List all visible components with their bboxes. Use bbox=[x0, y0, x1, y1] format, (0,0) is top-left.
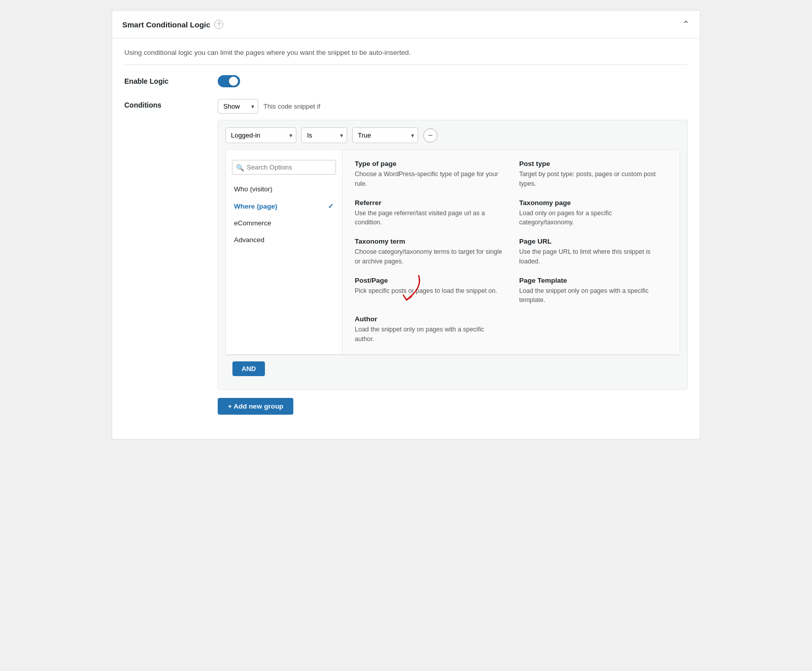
panel-header: Smart Conditional Logic ? ⌃ bbox=[112, 11, 700, 39]
field3-select[interactable]: True False bbox=[352, 127, 418, 143]
show-row: Show Hide This code snippet if bbox=[218, 99, 688, 114]
show-select[interactable]: Show Hide bbox=[218, 99, 258, 114]
conditions-content: Show Hide This code snippet if Logged-in… bbox=[218, 99, 688, 415]
option-author-desc: Load the snippet only on pages with a sp… bbox=[355, 325, 503, 344]
option-post-type-title[interactable]: Post type bbox=[519, 160, 667, 167]
snippet-text: This code snippet if bbox=[263, 103, 320, 110]
option-page-template: Page Template Load the snippet only on p… bbox=[519, 277, 667, 306]
options-grid: Type of page Choose a WordPress-specific… bbox=[343, 150, 680, 354]
option-referrer: Referrer Use the page referrer/last visi… bbox=[355, 199, 503, 228]
search-input-wrapper: 🔍 bbox=[226, 156, 342, 181]
conditions-row: Conditions Show Hide This code snippet i… bbox=[124, 99, 688, 415]
help-icon[interactable]: ? bbox=[214, 20, 223, 29]
enable-logic-content bbox=[218, 75, 688, 89]
sidebar-item-who[interactable]: Who (visitor) bbox=[226, 181, 342, 197]
option-taxonomy-term-desc: Choose category/taxonomy terms to target… bbox=[355, 247, 503, 266]
field2-wrapper: Is Is not bbox=[301, 127, 347, 143]
option-author-title[interactable]: Author bbox=[355, 315, 503, 323]
description-text: Using conditional logic you can limit th… bbox=[124, 49, 688, 65]
option-page-template-desc: Load the snippet only on pages with a sp… bbox=[519, 286, 667, 306]
option-page-url-desc: Use the page URL to limit where this sni… bbox=[519, 247, 667, 266]
condition-rule-row: Logged-in Page Type Post Type Is Is not bbox=[225, 127, 680, 143]
sidebar-item-who-label: Who (visitor) bbox=[234, 185, 273, 193]
and-button[interactable]: AND bbox=[232, 361, 265, 376]
sidebar-item-where-label: Where (page) bbox=[234, 203, 278, 210]
sidebar-item-advanced-label: Advanced bbox=[234, 236, 264, 244]
option-type-of-page-desc: Choose a WordPress-specific type of page… bbox=[355, 170, 503, 189]
checkmark-icon: ✓ bbox=[328, 202, 334, 210]
field1-select[interactable]: Logged-in Page Type Post Type bbox=[225, 127, 296, 143]
option-taxonomy-page-title[interactable]: Taxonomy page bbox=[519, 199, 667, 207]
field3-wrapper: True False bbox=[352, 127, 418, 143]
option-author: Author Load the snippet only on pages wi… bbox=[355, 315, 503, 344]
option-type-of-page: Type of page Choose a WordPress-specific… bbox=[355, 160, 503, 189]
option-taxonomy-term: Taxonomy term Choose category/taxonomy t… bbox=[355, 238, 503, 266]
collapse-icon[interactable]: ⌃ bbox=[682, 19, 690, 30]
add-group-button[interactable]: + Add new group bbox=[218, 398, 293, 415]
and-row: AND bbox=[225, 355, 680, 382]
option-taxonomy-term-title[interactable]: Taxonomy term bbox=[355, 238, 503, 245]
option-post-page: Post/Page Pick specific posts or pages t… bbox=[355, 277, 503, 306]
option-post-page-title[interactable]: Post/Page bbox=[355, 277, 503, 284]
search-input[interactable] bbox=[232, 160, 336, 175]
dropdown-panel: 🔍 Who (visitor) Where (page) ✓ bbox=[225, 149, 680, 355]
option-type-of-page-title[interactable]: Type of page bbox=[355, 160, 503, 167]
field1-wrapper: Logged-in Page Type Post Type bbox=[225, 127, 296, 143]
option-page-template-title[interactable]: Page Template bbox=[519, 277, 667, 284]
option-page-url-title[interactable]: Page URL bbox=[519, 238, 667, 245]
panel-title-text: Smart Conditional Logic bbox=[122, 20, 210, 29]
sidebar-item-advanced[interactable]: Advanced bbox=[226, 231, 342, 248]
smart-conditional-logic-panel: Smart Conditional Logic ? ⌃ Using condit… bbox=[112, 10, 700, 440]
option-taxonomy-page: Taxonomy page Load only on pages for a s… bbox=[519, 199, 667, 228]
enable-logic-row: Enable Logic bbox=[124, 75, 688, 89]
panel-body: Using conditional logic you can limit th… bbox=[112, 39, 700, 439]
option-taxonomy-page-desc: Load only on pages for a specific catego… bbox=[519, 209, 667, 228]
conditions-label: Conditions bbox=[124, 99, 206, 109]
option-post-page-desc: Pick specific posts or pages to load the… bbox=[355, 286, 503, 296]
panel-title: Smart Conditional Logic ? bbox=[122, 20, 223, 29]
enable-logic-toggle[interactable] bbox=[218, 75, 240, 87]
enable-logic-label: Enable Logic bbox=[124, 75, 206, 85]
option-referrer-desc: Use the page referrer/last visited page … bbox=[355, 209, 503, 228]
field2-select[interactable]: Is Is not bbox=[301, 127, 347, 143]
condition-builder: Logged-in Page Type Post Type Is Is not bbox=[218, 120, 688, 390]
search-input-container: 🔍 bbox=[232, 160, 336, 175]
option-page-url: Page URL Use the page URL to limit where… bbox=[519, 238, 667, 266]
sidebar-item-where[interactable]: Where (page) ✓ bbox=[226, 197, 342, 215]
remove-condition-button[interactable]: − bbox=[423, 128, 437, 143]
sidebar-item-ecommerce[interactable]: eCommerce bbox=[226, 215, 342, 231]
option-referrer-title[interactable]: Referrer bbox=[355, 199, 503, 207]
option-post-type-desc: Target by post type: posts, pages or cus… bbox=[519, 170, 667, 189]
show-select-wrapper: Show Hide bbox=[218, 99, 258, 114]
option-empty bbox=[519, 315, 667, 344]
options-panel-wrapper: 🔍 Who (visitor) Where (page) ✓ bbox=[225, 149, 680, 382]
sidebar-item-ecommerce-label: eCommerce bbox=[234, 219, 272, 227]
option-post-type: Post type Target by post type: posts, pa… bbox=[519, 160, 667, 189]
sidebar-panel: 🔍 Who (visitor) Where (page) ✓ bbox=[226, 150, 343, 354]
